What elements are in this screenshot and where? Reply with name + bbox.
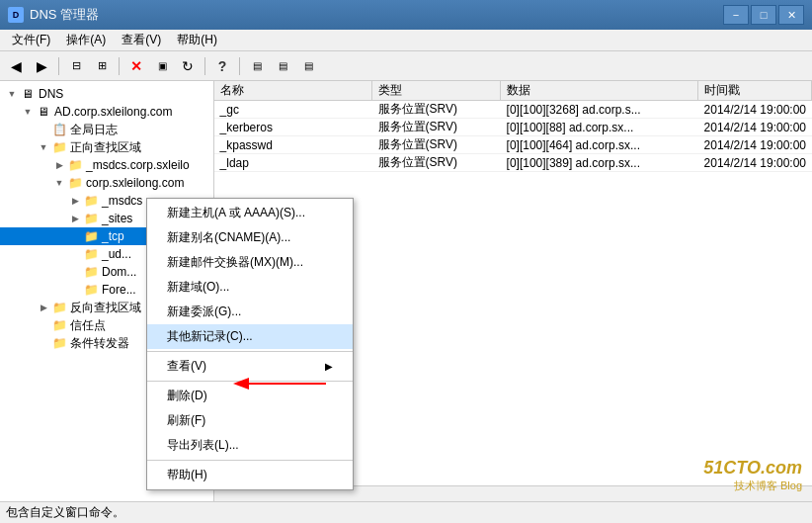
tree-item-eventlog[interactable]: 📋 全局日志	[0, 121, 213, 138]
status-text: 包含自定义窗口命令。	[6, 504, 124, 521]
filter-button-2[interactable]: ▤	[271, 55, 294, 77]
table-row[interactable]: _kpasswd 服务位置(SRV) [0][100][464] ad.corp…	[214, 136, 812, 154]
title-bar-title: DNS 管理器	[30, 6, 99, 24]
main-layout: ▼ 🖥 DNS ▼ 🖥 AD.corp.sxleilong.com 📋 全局日志…	[0, 81, 812, 501]
ctx-new-alias[interactable]: 新建别名(CNAME)(A)...	[147, 225, 353, 250]
title-bar: D DNS 管理器 − □ ✕	[0, 0, 812, 30]
refresh-button[interactable]: ↻	[176, 55, 200, 77]
ctx-new-domain[interactable]: 新建域(O)...	[147, 275, 353, 300]
cell-timestamp: 2014/2/14 19:00:00	[698, 102, 812, 118]
col-header-name[interactable]: 名称	[214, 81, 372, 100]
cell-name: _kerberos	[214, 120, 372, 135]
table-row[interactable]: _gc 服务位置(SRV) [0][100][3268] ad.corp.s..…	[214, 101, 812, 119]
tree-label-msdcs: _msdcs.corp.sxleilo	[86, 158, 190, 172]
context-menu[interactable]: 新建主机(A 或 AAAA)(S)... 新建别名(CNAME)(A)... 新…	[146, 198, 354, 490]
tree-label-sites: _sites	[102, 212, 132, 225]
expand-icon-trust	[36, 317, 51, 333]
menu-bar: 文件(F) 操作(A) 查看(V) 帮助(H)	[0, 30, 812, 51]
tree-item-msdcs[interactable]: ▶ 📁 _msdcs.corp.sxleilo	[0, 156, 213, 174]
tree-item-forwardzone[interactable]: ▼ 📁 正向查找区域	[0, 138, 213, 156]
window-controls: − □ ✕	[723, 5, 804, 25]
menu-view[interactable]: 查看(V)	[114, 30, 169, 50]
expand-icon: ▼	[4, 86, 20, 102]
folder-forward-icon: 📁	[51, 139, 67, 155]
cell-type: 服务位置(SRV)	[372, 118, 501, 136]
ctx-refresh[interactable]: 刷新(F)	[147, 408, 353, 433]
tree-label-udp: _ud...	[102, 247, 131, 261]
forward-button[interactable]: ▶	[30, 55, 53, 77]
filter-button-1[interactable]: ▤	[245, 55, 269, 77]
tree-label: DNS	[39, 87, 63, 101]
col-header-timestamp[interactable]: 时间戳	[698, 81, 812, 100]
folder-conditional-icon: 📁	[51, 335, 67, 351]
app-icon: D	[8, 7, 24, 23]
tree-label-server: AD.corp.sxleilong.com	[54, 105, 172, 119]
tree-label-dc: Dom...	[102, 265, 136, 279]
ctx-new-record[interactable]: 其他新记录(C)...	[147, 324, 353, 349]
menu-help[interactable]: 帮助(H)	[169, 30, 225, 50]
ctx-help[interactable]: 帮助(H)	[147, 463, 353, 487]
expand-icon-forward: ▼	[36, 139, 51, 155]
show-tree-button[interactable]: ⊟	[64, 55, 88, 77]
tree-item-server[interactable]: ▼ 🖥 AD.corp.sxleilong.com	[0, 103, 213, 121]
eventlog-icon: 📋	[51, 122, 67, 137]
tree-label-eventlog: 全局日志	[70, 122, 118, 138]
expand-icon-dc	[67, 264, 83, 280]
expand-icon-reverse: ▶	[36, 300, 51, 315]
ctx-new-host[interactable]: 新建主机(A 或 AAAA)(S)...	[147, 201, 353, 225]
toolbar: ◀ ▶ ⊟ ⊞ ✕ ▣ ↻ ? ▤ ▤ ▤	[0, 51, 812, 81]
ctx-view-arrow: ▶	[325, 361, 333, 372]
cell-name: _kpasswd	[214, 137, 372, 153]
tree-label-trust: 信任点	[70, 317, 106, 334]
cell-timestamp: 2014/2/14 19:00:00	[698, 137, 812, 153]
toolbar-btn-3[interactable]: ⊞	[90, 55, 114, 77]
cell-data: [0][100][3268] ad.corp.s...	[501, 102, 698, 118]
toolbar-separator-1	[58, 57, 59, 75]
cell-type: 服务位置(SRV)	[372, 101, 501, 119]
cell-timestamp: 2014/2/14 19:00:00	[698, 155, 812, 171]
folder-tcp-icon: 📁	[83, 228, 99, 244]
ctx-view-label: 查看(V)	[167, 358, 206, 375]
tree-label-conditional: 条件转发器	[70, 335, 129, 352]
watermark-sub: 技术博客 Blog	[703, 479, 802, 493]
tree-label-forest: Fore...	[102, 283, 136, 297]
col-header-data[interactable]: 数据	[501, 81, 698, 100]
minimize-button[interactable]: −	[723, 5, 749, 25]
filter-button-3[interactable]: ▤	[296, 55, 320, 77]
ctx-new-mx[interactable]: 新建邮件交换器(MX)(M)...	[147, 250, 353, 275]
tree-label-forward: 正向查找区域	[70, 139, 141, 156]
expand-icon-sites: ▶	[67, 211, 83, 226]
maximize-button[interactable]: □	[751, 5, 776, 25]
ctx-new-delegate[interactable]: 新建委派(G)...	[147, 300, 353, 324]
cell-name: _gc	[214, 102, 372, 118]
watermark-main: 51CTO.com	[703, 458, 802, 479]
tree-item-corp[interactable]: ▼ 📁 corp.sxleilong.com	[0, 174, 213, 192]
tree-item-dns[interactable]: ▼ 🖥 DNS	[0, 85, 213, 103]
tree-label-msdcs-sub: _msdcs	[102, 194, 142, 208]
ctx-delete[interactable]: 删除(D)	[147, 384, 353, 408]
dns-icon: 🖥	[20, 86, 36, 102]
expand-icon-udp	[67, 246, 83, 262]
column-headers: 名称 类型 数据 时间戳	[214, 81, 812, 101]
menu-action[interactable]: 操作(A)	[58, 30, 114, 50]
table-row[interactable]: _ldap 服务位置(SRV) [0][100][389] ad.corp.sx…	[214, 154, 812, 172]
ctx-view[interactable]: 查看(V) ▶	[147, 354, 353, 379]
table-row[interactable]: _kerberos 服务位置(SRV) [0][100][88] ad.corp…	[214, 119, 812, 136]
folder-msdcs-icon: 📁	[67, 157, 83, 173]
status-bar: 包含自定义窗口命令。	[0, 501, 812, 523]
ctx-sep-3	[147, 460, 353, 461]
folder-forest-icon: 📁	[83, 282, 99, 298]
help-button[interactable]: ?	[210, 55, 234, 77]
cell-type: 服务位置(SRV)	[372, 153, 501, 172]
close-button[interactable]: ✕	[778, 5, 804, 25]
ctx-export[interactable]: 导出列表(L)...	[147, 433, 353, 458]
menu-file[interactable]: 文件(F)	[4, 30, 58, 50]
expand-icon-server: ▼	[20, 104, 36, 120]
folder-msdcs-sub-icon: 📁	[83, 193, 99, 209]
delete-button[interactable]: ✕	[124, 55, 148, 77]
ctx-sep-1	[147, 351, 353, 352]
export-button[interactable]: ▣	[150, 55, 174, 77]
expand-icon-tcp	[67, 228, 83, 244]
col-header-type[interactable]: 类型	[372, 81, 501, 100]
back-button[interactable]: ◀	[4, 55, 28, 77]
